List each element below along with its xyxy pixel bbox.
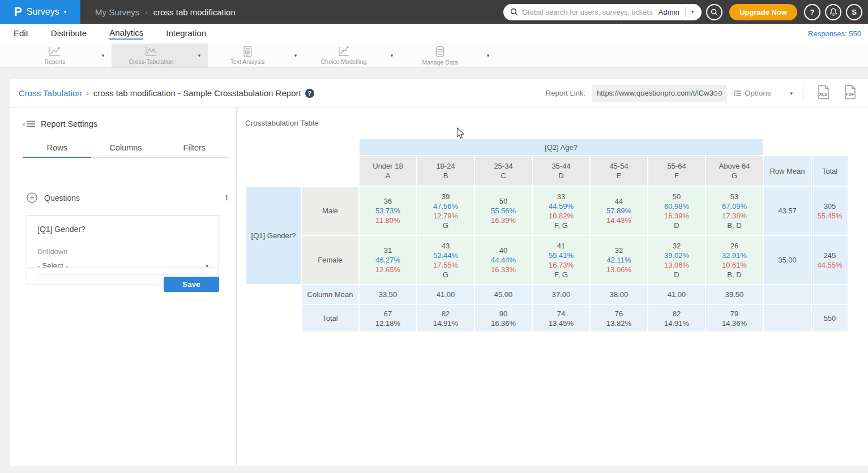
help-button[interactable]: ?	[804, 4, 820, 20]
tool-cross-tabulation-caret-icon[interactable]: ▾	[191, 44, 208, 67]
questions-count: 1	[224, 194, 229, 202]
panel-divider	[27, 267, 219, 268]
search-scope-selector[interactable]: Admin	[653, 8, 685, 16]
column-mean-label: Column Mean	[302, 285, 358, 304]
drilldown-label: Drilldown	[37, 247, 208, 256]
bell-icon	[829, 8, 837, 16]
row-question-cell: [Q1] Gender?	[246, 187, 301, 284]
panel-title: Report Settings	[41, 119, 97, 128]
chevron-down-icon: ▾	[64, 10, 67, 15]
global-search-input[interactable]	[522, 8, 653, 16]
global-search[interactable]: Admin ▾	[503, 4, 702, 20]
column-total-cell: 9016.36%	[475, 305, 532, 332]
crosstab-data-cell: 5367.09%17.38%B, D	[706, 187, 763, 235]
age-column-header: 25-34C	[475, 156, 532, 186]
tool-manage-data-caret-icon[interactable]: ▾	[480, 44, 497, 67]
age-column-header: Under 18A	[360, 156, 416, 186]
tool-label: Text Analysis	[230, 58, 265, 65]
options-caret-icon[interactable]: ▾	[790, 91, 793, 96]
subnav-edit[interactable]: Edit	[14, 28, 28, 39]
tool-manage-data[interactable]: Manage Data ▾	[400, 44, 497, 67]
tool-reports[interactable]: Reports ▾	[15, 44, 112, 67]
column-mean-cell: 37.00	[533, 285, 589, 304]
settings-tabs: Rows Columns Filters	[23, 140, 229, 158]
tab-columns[interactable]: Columns	[91, 140, 160, 157]
total-header: Total	[812, 156, 848, 186]
search-scope-caret-icon[interactable]: ▾	[686, 9, 700, 15]
question-name: [Q1] Gender?	[37, 225, 208, 234]
breadcrumb-my-surveys[interactable]: My Surveys	[95, 7, 139, 17]
subnav-integration[interactable]: Integration	[166, 28, 206, 39]
column-total-cell: 7413.45%	[533, 305, 589, 332]
crosstab-data-cell: 3947.56%12.79%G	[417, 187, 474, 235]
drilldown-select[interactable]: - Select - ▾	[37, 261, 208, 274]
tool-choice-modelling[interactable]: Choice Modelling ▾	[304, 44, 400, 67]
options-menu-button[interactable]: Options ▾	[734, 89, 793, 97]
svg-text:XLS: XLS	[819, 92, 828, 97]
spacer-cell	[246, 305, 301, 332]
export-xls-button[interactable]: XLS	[814, 85, 833, 101]
total-row-label: Total	[302, 305, 358, 332]
tool-text-analysis-caret-icon[interactable]: ▾	[287, 44, 304, 67]
crosstab-data-cell: 4352.44%17.55%G	[417, 236, 474, 284]
report-help-icon[interactable]: ?	[305, 89, 314, 98]
row-total-cell: 24544.55%	[812, 236, 848, 284]
breadcrumb-current-survey: cross tab modification	[153, 7, 236, 17]
list-options-icon	[734, 90, 741, 97]
crosstab-breadcrumb-link[interactable]: Cross Tabulation	[19, 88, 82, 98]
column-question-banner: [Q2] Age?	[360, 139, 763, 155]
upgrade-now-button[interactable]: Upgrade Now	[729, 4, 797, 20]
menu-icon	[27, 121, 35, 127]
navbar-actions: Admin ▾ Upgrade Now ? S	[503, 4, 868, 20]
account-avatar[interactable]: S	[846, 4, 862, 20]
column-mean-empty-cell	[764, 285, 811, 304]
report-title: cross tab modification - Sample Crosstab…	[93, 88, 301, 98]
search-icon	[711, 8, 718, 16]
row-mean-cell: 43.57	[764, 187, 811, 235]
brand-menu[interactable]: P Surveys ▾	[0, 0, 80, 24]
column-mean-empty-cell	[812, 285, 848, 304]
add-question-icon[interactable]	[27, 192, 37, 203]
brand-product-name: Surveys	[27, 7, 59, 17]
column-total-cell: 6712.18%	[360, 305, 416, 332]
age-column-header: 45-54E	[591, 156, 647, 186]
save-button[interactable]: Save	[164, 277, 219, 292]
search-submit-button[interactable]	[706, 4, 722, 20]
export-pdf-button[interactable]: PDF	[840, 85, 860, 101]
tool-reports-caret-icon[interactable]: ▾	[95, 44, 112, 67]
crosstab-data-cell: 4457.89%14.43%	[591, 187, 647, 235]
row-mean-cell: 35.00	[764, 236, 811, 284]
pdf-file-icon: PDF	[844, 85, 857, 100]
tool-label: Reports	[45, 58, 66, 65]
age-column-header: 35-44D	[533, 156, 589, 186]
tool-label: Cross-Tabulation	[129, 58, 174, 65]
crosstab-data-cell: 3653.73%11.80%	[360, 187, 416, 235]
tool-text-analysis[interactable]: Text Analysis ▾	[208, 44, 304, 67]
gender-row-label: Male	[302, 187, 358, 235]
crosstab-table-title: Crosstabulation Table	[245, 119, 319, 127]
report-content-card: Cross Tabulation › cross tab modificatio…	[10, 79, 868, 466]
report-link-url[interactable]: https://www.questionpro.com/t/lCw3Zc	[597, 89, 713, 97]
crosstab-data-cell: 3242.11%13.06%	[591, 236, 647, 284]
crosstab-data-cell: 4044.44%16.33%	[475, 236, 532, 284]
spacer-cell	[246, 139, 358, 155]
notifications-button[interactable]	[825, 4, 841, 20]
collapse-panel-button[interactable]: ‹	[23, 119, 35, 128]
subnav-analytics[interactable]: Analytics	[109, 28, 143, 40]
svg-text:PDF: PDF	[846, 92, 854, 97]
survey-subnav: Edit Distribute Analytics Integration Re…	[0, 24, 868, 44]
questionpro-logo-icon: P	[14, 5, 22, 19]
cross-tab-chart-icon	[144, 46, 158, 57]
report-header-bar: Cross Tabulation › cross tab modificatio…	[10, 79, 868, 108]
question-card: [Q1] Gender? Drilldown - Select - ▾	[27, 215, 219, 285]
report-link-field[interactable]: https://www.questionpro.com/t/lCw3Zc	[592, 85, 727, 102]
tool-cross-tabulation[interactable]: Cross-Tabulation ▾	[112, 44, 208, 67]
subnav-distribute[interactable]: Distribute	[51, 28, 87, 39]
tab-filters[interactable]: Filters	[160, 140, 229, 157]
age-column-header: 18-24B	[417, 156, 474, 186]
link-icon[interactable]	[713, 90, 722, 97]
tool-choice-modelling-caret-icon[interactable]: ▾	[383, 44, 400, 67]
age-column-header: Above 64G	[706, 156, 763, 186]
column-mean-cell: 41.00	[417, 285, 474, 304]
tab-rows[interactable]: Rows	[23, 140, 91, 158]
